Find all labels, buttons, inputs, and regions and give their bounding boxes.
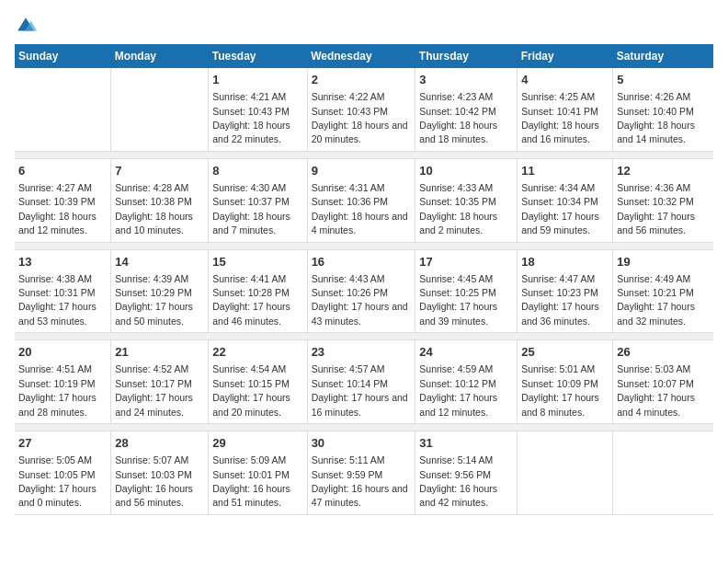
day-number: 17 xyxy=(419,254,513,270)
daylight-text: Daylight: 17 hours and 39 minutes. xyxy=(419,301,497,326)
weekday-header: Monday xyxy=(111,44,209,68)
week-separator xyxy=(15,333,713,340)
calendar-cell: 8 Sunrise: 4:30 AM Sunset: 10:37 PM Dayl… xyxy=(209,158,307,242)
sunrise-text: Sunrise: 4:51 AM xyxy=(18,363,92,374)
calendar-cell: 20 Sunrise: 4:51 AM Sunset: 10:19 PM Day… xyxy=(15,340,111,424)
daylight-text: Daylight: 16 hours and 56 minutes. xyxy=(115,483,193,508)
daylight-text: Daylight: 18 hours and 4 minutes. xyxy=(312,211,408,236)
calendar-cell xyxy=(111,68,209,151)
sunset-text: Sunset: 10:39 PM xyxy=(18,196,95,207)
sunrise-text: Sunrise: 4:23 AM xyxy=(419,91,493,102)
sunset-text: Sunset: 10:23 PM xyxy=(521,287,597,298)
daylight-text: Daylight: 16 hours and 51 minutes. xyxy=(212,483,290,508)
calendar-cell: 19 Sunrise: 4:49 AM Sunset: 10:21 PM Day… xyxy=(613,249,713,333)
daylight-text: Daylight: 17 hours and 16 minutes. xyxy=(312,392,408,417)
sunset-text: Sunset: 10:05 PM xyxy=(18,469,95,480)
sunset-text: Sunset: 10:26 PM xyxy=(312,287,388,298)
daylight-text: Daylight: 18 hours and 22 minutes. xyxy=(212,120,290,144)
sunset-text: Sunset: 10:01 PM xyxy=(212,469,289,480)
calendar-cell: 18 Sunrise: 4:47 AM Sunset: 10:23 PM Day… xyxy=(518,249,613,333)
day-number: 13 xyxy=(18,254,107,270)
sunset-text: Sunset: 10:42 PM xyxy=(419,106,495,117)
sunset-text: Sunset: 10:12 PM xyxy=(419,378,495,389)
day-number: 8 xyxy=(212,163,302,179)
sunset-text: Sunset: 10:31 PM xyxy=(18,287,95,298)
calendar-cell: 29 Sunrise: 5:09 AM Sunset: 10:01 PM Day… xyxy=(209,431,307,515)
weekday-header: Saturday xyxy=(613,44,713,68)
calendar-cell: 14 Sunrise: 4:39 AM Sunset: 10:29 PM Day… xyxy=(111,249,209,333)
calendar-cell: 23 Sunrise: 4:57 AM Sunset: 10:14 PM Day… xyxy=(307,340,415,424)
sunset-text: Sunset: 10:37 PM xyxy=(212,196,289,207)
calendar-cell: 4 Sunrise: 4:25 AM Sunset: 10:41 PM Dayl… xyxy=(518,68,613,151)
day-number: 4 xyxy=(521,72,609,88)
sunrise-text: Sunrise: 4:52 AM xyxy=(115,363,188,374)
sunrise-text: Sunrise: 4:26 AM xyxy=(617,91,690,102)
sunrise-text: Sunrise: 4:22 AM xyxy=(312,91,385,102)
sunset-text: Sunset: 10:43 PM xyxy=(312,106,388,117)
calendar-header-row: SundayMondayTuesdayWednesdayThursdayFrid… xyxy=(15,44,713,68)
daylight-text: Daylight: 17 hours and 20 minutes. xyxy=(212,392,290,417)
calendar-cell: 7 Sunrise: 4:28 AM Sunset: 10:38 PM Dayl… xyxy=(111,158,209,242)
calendar-cell: 12 Sunrise: 4:36 AM Sunset: 10:32 PM Day… xyxy=(613,158,713,242)
week-separator xyxy=(15,242,713,249)
sunrise-text: Sunrise: 5:14 AM xyxy=(419,454,493,465)
sunset-text: Sunset: 10:40 PM xyxy=(617,106,693,117)
sunrise-text: Sunrise: 4:38 AM xyxy=(18,273,92,284)
sunset-text: Sunset: 10:32 PM xyxy=(617,196,693,207)
week-row: 20 Sunrise: 4:51 AM Sunset: 10:19 PM Day… xyxy=(15,340,713,424)
sunrise-text: Sunrise: 4:49 AM xyxy=(617,273,690,284)
daylight-text: Daylight: 17 hours and 46 minutes. xyxy=(212,301,290,326)
calendar-table: SundayMondayTuesdayWednesdayThursdayFrid… xyxy=(15,44,713,515)
day-number: 1 xyxy=(212,72,302,88)
daylight-text: Daylight: 18 hours and 12 minutes. xyxy=(18,211,97,236)
sunset-text: Sunset: 10:17 PM xyxy=(115,378,191,389)
week-separator xyxy=(15,151,713,158)
calendar-cell: 21 Sunrise: 4:52 AM Sunset: 10:17 PM Day… xyxy=(111,340,209,424)
sunrise-text: Sunrise: 4:47 AM xyxy=(521,273,595,284)
sunrise-text: Sunrise: 4:57 AM xyxy=(312,363,385,374)
sunset-text: Sunset: 10:28 PM xyxy=(212,287,289,298)
daylight-text: Daylight: 17 hours and 56 minutes. xyxy=(617,211,695,236)
calendar-cell: 24 Sunrise: 4:59 AM Sunset: 10:12 PM Day… xyxy=(415,340,518,424)
sunset-text: Sunset: 10:07 PM xyxy=(617,378,693,389)
week-row: 6 Sunrise: 4:27 AM Sunset: 10:39 PM Dayl… xyxy=(15,158,713,242)
sunset-text: Sunset: 10:19 PM xyxy=(18,378,95,389)
calendar-cell xyxy=(613,431,713,515)
calendar-cell: 15 Sunrise: 4:41 AM Sunset: 10:28 PM Day… xyxy=(209,249,307,333)
calendar-cell: 3 Sunrise: 4:23 AM Sunset: 10:42 PM Dayl… xyxy=(415,68,518,151)
day-number: 23 xyxy=(312,344,412,361)
sunrise-text: Sunrise: 4:30 AM xyxy=(212,182,286,193)
calendar-cell: 26 Sunrise: 5:03 AM Sunset: 10:07 PM Day… xyxy=(613,340,713,424)
sunrise-text: Sunrise: 5:09 AM xyxy=(212,454,286,465)
day-number: 3 xyxy=(419,72,513,88)
day-number: 30 xyxy=(312,435,412,452)
day-number: 20 xyxy=(18,344,107,361)
weekday-header: Wednesday xyxy=(307,44,415,68)
sunset-text: Sunset: 10:29 PM xyxy=(115,287,191,298)
daylight-text: Daylight: 17 hours and 4 minutes. xyxy=(617,392,695,417)
page-header xyxy=(15,15,713,37)
day-number: 18 xyxy=(521,254,609,270)
sunrise-text: Sunrise: 4:39 AM xyxy=(115,273,188,284)
week-row: 27 Sunrise: 5:05 AM Sunset: 10:05 PM Day… xyxy=(15,431,713,515)
sunset-text: Sunset: 9:56 PM xyxy=(419,469,491,480)
daylight-text: Daylight: 17 hours and 8 minutes. xyxy=(521,392,599,417)
day-number: 24 xyxy=(419,344,513,361)
sunset-text: Sunset: 10:03 PM xyxy=(115,469,191,480)
day-number: 19 xyxy=(617,254,710,270)
calendar-cell: 27 Sunrise: 5:05 AM Sunset: 10:05 PM Day… xyxy=(15,431,111,515)
sunrise-text: Sunrise: 4:43 AM xyxy=(312,273,385,284)
daylight-text: Daylight: 17 hours and 24 minutes. xyxy=(115,392,193,417)
sunset-text: Sunset: 10:09 PM xyxy=(521,378,597,389)
weekday-header: Friday xyxy=(518,44,613,68)
day-number: 16 xyxy=(312,254,412,270)
calendar-cell: 11 Sunrise: 4:34 AM Sunset: 10:34 PM Day… xyxy=(518,158,613,242)
daylight-text: Daylight: 17 hours and 53 minutes. xyxy=(18,301,97,326)
day-number: 5 xyxy=(617,72,710,88)
day-number: 9 xyxy=(312,163,412,179)
day-number: 10 xyxy=(419,163,513,179)
day-number: 6 xyxy=(18,163,107,179)
day-number: 15 xyxy=(212,254,302,270)
daylight-text: Daylight: 17 hours and 12 minutes. xyxy=(419,392,497,417)
sunset-text: Sunset: 10:21 PM xyxy=(617,287,693,298)
